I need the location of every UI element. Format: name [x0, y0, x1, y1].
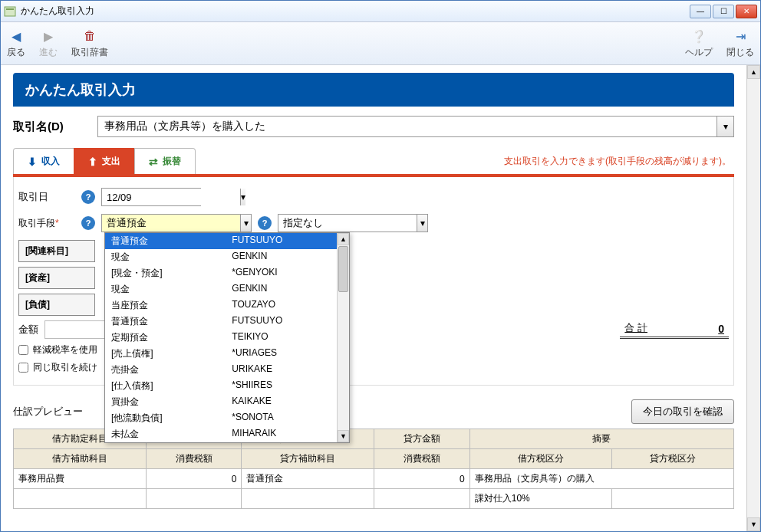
assets-button[interactable]: [資産]	[18, 267, 95, 289]
scroll-thumb[interactable]	[338, 246, 348, 292]
dropdown-item[interactable]: 現金GENKIN	[105, 281, 337, 297]
dropdown-scrollbar[interactable]: ▲ ▼	[337, 233, 349, 442]
method-input[interactable]	[102, 215, 240, 232]
th-debit-taxclass: 借方税区分	[469, 449, 611, 469]
help-date-icon[interactable]: ?	[81, 190, 95, 204]
minimize-button[interactable]: —	[690, 5, 711, 18]
close-label: 閉じる	[726, 46, 754, 59]
cell-credit-tax	[374, 489, 469, 509]
reduced-tax-checkbox[interactable]	[18, 345, 28, 355]
dropdown-item[interactable]: 普通預金FUTSUUYO	[105, 314, 337, 330]
total-box: 合 計 0	[620, 321, 729, 339]
preview-label: 仕訳プレビュー	[13, 405, 83, 419]
dropdown-item[interactable]: 未払金MIHARAIK	[105, 426, 337, 442]
dictionary-label: 取引辞書	[71, 46, 108, 59]
dropdown-item[interactable]: 現金GENKIN	[105, 249, 337, 265]
back-label: 戻る	[7, 46, 25, 59]
dropdown-item[interactable]: [仕入債務]*SHIIRES	[105, 378, 337, 394]
method-second-select[interactable]: ▾	[278, 214, 428, 232]
repeat-checkbox[interactable]	[18, 363, 28, 373]
forward-icon: ▶	[40, 28, 57, 44]
amount-label: 金額	[18, 323, 38, 337]
cell-credit-sub	[242, 489, 374, 509]
forward-button[interactable]: ▶ 進む	[39, 28, 58, 59]
transfer-icon: ⇄	[149, 156, 158, 168]
th-credit-sub: 貸方補助科目	[242, 449, 374, 469]
help-button[interactable]: ❔ ヘルプ	[685, 28, 713, 59]
cell-debit-amount: 0	[147, 469, 242, 489]
total-label: 合 計	[624, 321, 647, 335]
related-accounts-button[interactable]: [関連科目]	[18, 240, 95, 262]
main-scroll-down-icon[interactable]: ▼	[747, 517, 760, 531]
method-dropdown[interactable]: 普通預金FUTSUUYO現金GENKIN[現金・預金]*GENYOKI現金GEN…	[104, 232, 350, 443]
dropdown-item[interactable]: 普通預金FUTSUUYO	[105, 233, 337, 249]
cell-debit-taxclass: 課対仕入10%	[469, 489, 611, 509]
back-button[interactable]: ◀ 戻る	[7, 28, 25, 59]
toolbar: ◀ 戻る ▶ 進む 🗑 取引辞書 ❔ ヘルプ ⇥ 閉じる	[1, 22, 760, 65]
repeat-label: 同じ取引を続け	[33, 361, 97, 374]
maximize-button[interactable]: ☐	[713, 5, 734, 18]
cell-debit-tax	[147, 489, 242, 509]
help-method-icon[interactable]: ?	[81, 216, 95, 230]
th-credit-tax: 消費税額	[374, 449, 469, 469]
method-second-caret[interactable]: ▾	[417, 215, 427, 232]
dropdown-item[interactable]: [売上債権]*URIAGES	[105, 346, 337, 362]
tab-transfer[interactable]: ⇄振替	[134, 148, 196, 174]
date-label: 取引日	[18, 190, 75, 204]
main-scroll-up-icon[interactable]: ▲	[747, 65, 760, 79]
window-close-button[interactable]: ✕	[736, 5, 757, 18]
page-title: かんたん取引入力	[13, 73, 734, 107]
scroll-down-icon[interactable]: ▼	[338, 430, 349, 442]
total-value: 0	[678, 323, 724, 335]
transaction-name-input[interactable]	[98, 117, 717, 136]
th-debit-tax: 消費税額	[147, 449, 242, 469]
help-method2-icon[interactable]: ?	[258, 216, 272, 230]
table-row[interactable]: 課対仕入10%	[14, 489, 734, 509]
transaction-name-caret[interactable]: ▾	[717, 117, 733, 136]
method-second-input[interactable]	[278, 215, 417, 232]
dropdown-item[interactable]: 売掛金URIKAKE	[105, 362, 337, 378]
th-desc: 摘要	[469, 429, 733, 449]
table-row[interactable]: 事務用品費 0 普通預金 0 事務用品（文房具等）の購入	[14, 469, 734, 489]
dictionary-button[interactable]: 🗑 取引辞書	[71, 28, 108, 59]
date-caret[interactable]: ▾	[240, 189, 245, 205]
method-caret[interactable]: ▾	[240, 215, 251, 232]
tab-income[interactable]: ⬇収入	[13, 148, 74, 174]
tab-income-label: 収入	[41, 155, 60, 168]
dropdown-item[interactable]: [現金・預金]*GENYOKI	[105, 265, 337, 281]
dropdown-item[interactable]: [他流動負債]*SONOTA	[105, 410, 337, 426]
date-input-wrap[interactable]: ▾	[101, 188, 201, 206]
tab-expense-label: 支出	[102, 155, 120, 168]
svg-rect-0	[5, 7, 15, 16]
back-icon: ◀	[8, 28, 25, 44]
forward-label: 進む	[39, 46, 58, 59]
transaction-name-combo[interactable]: ▾	[97, 116, 734, 137]
method-label: 取引手段*	[18, 217, 75, 230]
date-input[interactable]	[102, 189, 240, 205]
transaction-name-label: 取引名(D)	[13, 120, 90, 134]
tab-hint: 支出取引を入力できます(取引手段の残高が減ります)。	[195, 155, 734, 168]
app-close-button[interactable]: ⇥ 閉じる	[726, 28, 754, 59]
help-label: ヘルプ	[685, 46, 713, 59]
liabilities-button[interactable]: [負債]	[18, 294, 95, 316]
main-scrollbar[interactable]: ▲ ▼	[746, 65, 760, 531]
cell-credit-account: 普通預金	[242, 469, 374, 489]
scroll-up-icon[interactable]: ▲	[338, 233, 349, 245]
app-icon	[4, 5, 16, 18]
reduced-tax-label: 軽減税率を使用	[33, 343, 97, 356]
th-debit-sub: 借方補助科目	[14, 449, 147, 469]
cell-credit-taxclass	[611, 489, 733, 509]
tab-expense[interactable]: ⬆支出	[74, 148, 135, 174]
confirm-today-button[interactable]: 今日の取引を確認	[631, 399, 734, 424]
close-icon: ⇥	[732, 28, 749, 44]
method-select[interactable]: ▾	[101, 214, 252, 232]
th-credit-taxclass: 貸方税区分	[611, 449, 733, 469]
cell-credit-amount: 0	[374, 469, 469, 489]
dropdown-item[interactable]: 当座預金TOUZAYO	[105, 297, 337, 314]
cell-debit-account: 事務用品費	[14, 469, 147, 489]
dropdown-item[interactable]: 買掛金KAIKAKE	[105, 394, 337, 410]
expense-icon: ⬆	[88, 156, 97, 168]
cell-desc: 事務用品（文房具等）の購入	[469, 469, 733, 489]
dropdown-item[interactable]: 定期預金TEIKIYO	[105, 330, 337, 346]
titlebar: かんたん取引入力 — ☐ ✕	[1, 1, 760, 22]
